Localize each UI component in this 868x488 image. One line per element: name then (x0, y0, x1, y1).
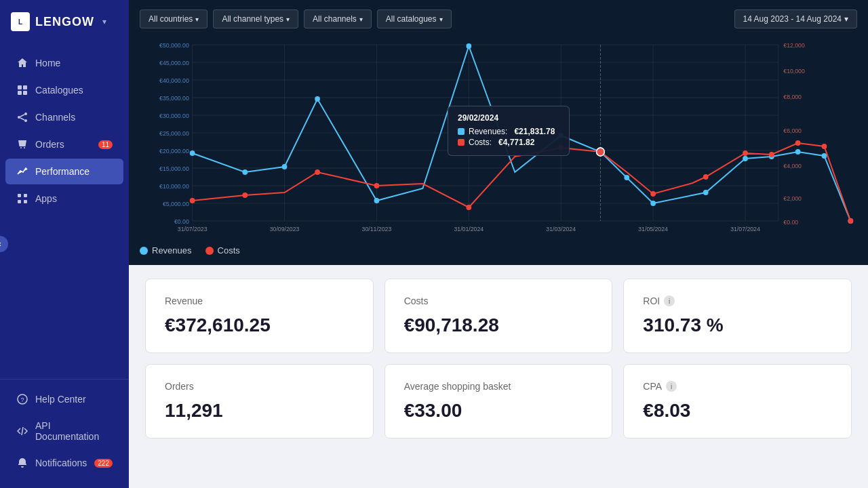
svg-point-77 (315, 169, 320, 175)
orders-label: Orders (165, 381, 354, 392)
sidebar-label-help: Help Center (35, 394, 86, 405)
chart-tooltip: 29/02/2024 Revenues: €21,831.78 Costs: €… (448, 106, 570, 156)
svg-text:€25,000.00: €25,000.00 (159, 130, 189, 137)
svg-point-84 (743, 150, 748, 156)
country-chevron-icon: ▾ (195, 16, 199, 23)
svg-point-87 (822, 144, 827, 149)
roi-card: ROI i 310.73 % (623, 279, 852, 353)
sidebar: L LENGOW ▾ Home Catalogues (0, 0, 129, 488)
svg-point-70 (743, 156, 748, 161)
sidebar-item-performance[interactable]: Performance (5, 159, 123, 184)
svg-text:€20,000.00: €20,000.00 (159, 148, 189, 155)
sidebar-label-channels: Channels (35, 112, 75, 123)
orders-card: Orders 11,291 (145, 364, 374, 439)
help-icon: ? (16, 393, 28, 405)
svg-text:€30,000.00: €30,000.00 (159, 113, 189, 119)
svg-rect-2 (18, 91, 22, 95)
country-filter[interactable]: All countries ▾ (140, 9, 208, 28)
svg-line-8 (20, 118, 24, 120)
logo-chevron-icon[interactable]: ▾ (102, 17, 106, 26)
svg-point-88 (848, 218, 853, 224)
channels-chevron-icon: ▾ (359, 16, 363, 23)
chart-area: All countries ▾ All channel types ▾ All … (129, 0, 868, 265)
tooltip-date: 29/02/2024 (458, 113, 559, 123)
cards-area: Revenue €372,610.25 Costs €90,718.28 ROI… (129, 265, 868, 488)
svg-point-82 (650, 191, 656, 197)
svg-point-61 (282, 164, 288, 169)
svg-point-67 (624, 175, 629, 180)
svg-rect-1 (23, 85, 27, 89)
roi-info-icon[interactable]: i (664, 296, 675, 306)
svg-text:€12,000: €12,000 (783, 42, 805, 49)
svg-point-62 (315, 96, 320, 102)
line-chart: €50,000.00 €45,000.00 €40,000.00 €35,000… (129, 38, 868, 240)
catalogues-filter[interactable]: All catalogues ▾ (377, 9, 452, 28)
cpa-info-icon[interactable]: i (666, 381, 677, 392)
catalogues-chevron-icon: ▾ (439, 16, 443, 23)
svg-point-4 (18, 116, 20, 119)
cpa-value: €8.03 (643, 400, 832, 422)
costs-legend-dot (205, 247, 214, 255)
svg-point-60 (242, 169, 248, 175)
svg-rect-10 (24, 194, 27, 197)
sidebar-item-api[interactable]: API Documentation (5, 413, 123, 449)
performance-icon (16, 165, 28, 178)
cards-row-1: Revenue €372,610.25 Costs €90,718.28 ROI… (145, 279, 852, 353)
svg-text:€15,000.00: €15,000.00 (159, 165, 189, 172)
svg-text:€8,000: €8,000 (783, 94, 802, 100)
svg-text:€2,000: €2,000 (783, 195, 802, 202)
svg-rect-0 (18, 85, 22, 89)
sidebar-label-performance: Performance (35, 166, 90, 177)
svg-text:31/07/2024: 31/07/2024 (730, 226, 760, 232)
logo-text: LENGOW (35, 15, 94, 29)
sidebar-item-catalogues[interactable]: Catalogues (5, 77, 123, 103)
channel-types-filter[interactable]: All channel types ▾ (213, 9, 298, 28)
sidebar-bottom: ? Help Center API Documentation Notifica… (0, 379, 129, 488)
tooltip-revenues-label: Revenues: (469, 127, 507, 136)
revenue-card: Revenue €372,610.25 (145, 279, 374, 353)
svg-point-83 (703, 174, 709, 180)
svg-text:31/07/2023: 31/07/2023 (178, 226, 208, 232)
svg-text:31/03/2024: 31/03/2024 (546, 226, 576, 232)
svg-point-78 (374, 183, 380, 188)
cpa-label: CPA i (643, 381, 832, 392)
orders-badge: 11 (98, 140, 113, 149)
orders-icon (16, 138, 28, 150)
roi-label: ROI i (643, 296, 832, 306)
svg-text:31/05/2024: 31/05/2024 (638, 226, 668, 232)
date-range-picker[interactable]: 14 Aug 2023 - 14 Aug 2024 ▾ (734, 9, 857, 28)
sidebar-label-apps: Apps (35, 193, 57, 204)
sidebar-item-notifications[interactable]: Notifications 222 (5, 450, 123, 476)
svg-text:€4,000: €4,000 (783, 163, 802, 169)
revenues-legend-label: Revenues (152, 245, 192, 256)
svg-point-5 (24, 113, 27, 115)
svg-point-85 (769, 152, 774, 157)
date-range-chevron-icon: ▾ (844, 14, 848, 24)
tooltip-revenues-value: €21,831.78 (514, 127, 555, 136)
sidebar-item-channels[interactable]: Channels (5, 104, 123, 130)
svg-text:€0.00: €0.00 (783, 219, 798, 226)
tooltip-costs-label: Costs: (469, 138, 492, 147)
svg-rect-9 (18, 194, 21, 197)
catalogues-icon (16, 84, 28, 96)
sidebar-label-catalogues: Catalogues (35, 85, 83, 96)
costs-card: Costs €90,718.28 (384, 279, 613, 353)
tooltip-revenues: Revenues: €21,831.78 (458, 127, 559, 136)
sidebar-item-help[interactable]: ? Help Center (5, 386, 123, 412)
svg-text:€5,000.00: €5,000.00 (163, 201, 189, 207)
revenue-value: €372,610.25 (165, 314, 354, 336)
channels-filter[interactable]: All channels ▾ (304, 9, 372, 28)
svg-text:30/09/2023: 30/09/2023 (270, 226, 300, 232)
notifications-badge: 222 (94, 459, 113, 468)
sidebar-item-apps[interactable]: Apps (5, 186, 123, 211)
svg-text:30/11/2023: 30/11/2023 (362, 226, 392, 232)
basket-label: Average shopping basket (404, 381, 593, 392)
cards-row-2: Orders 11,291 Average shopping basket €3… (145, 364, 852, 439)
svg-text:€10,000.00: €10,000.00 (159, 183, 189, 190)
tooltip-costs: Costs: €4,771.82 (458, 138, 559, 147)
svg-text:€35,000.00: €35,000.00 (159, 95, 189, 102)
sidebar-item-home[interactable]: Home (5, 50, 123, 76)
sidebar-item-orders[interactable]: Orders 11 (5, 131, 123, 157)
sidebar-label-api: API Documentation (35, 420, 113, 442)
svg-text:€50,000.00: €50,000.00 (159, 42, 189, 49)
